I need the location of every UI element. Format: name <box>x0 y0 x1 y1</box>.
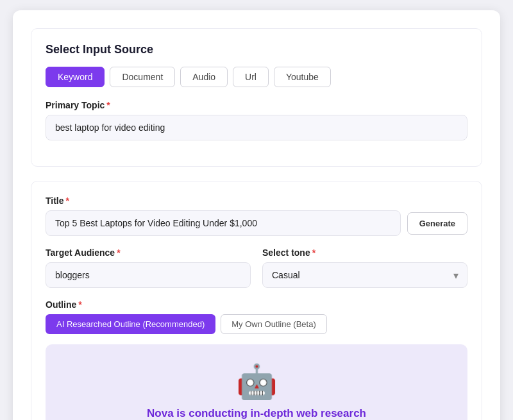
target-audience-field: Target Audience* <box>46 248 251 288</box>
tab-url[interactable]: Url <box>233 67 269 87</box>
select-tone-label: Select tone* <box>262 248 467 258</box>
content-settings-card: Title* Generate Target Audience* Select … <box>31 181 482 420</box>
generate-button[interactable]: Generate <box>407 212 467 235</box>
outline-tab-own[interactable]: My Own Outline (Beta) <box>221 314 327 334</box>
tab-document[interactable]: Document <box>110 67 175 87</box>
required-star-title: * <box>66 196 69 206</box>
outline-label: Outline* <box>46 299 467 310</box>
required-star: * <box>106 100 110 110</box>
target-audience-input[interactable] <box>46 262 251 288</box>
outline-tabs: AI Researched Outline (Recommended) My O… <box>46 314 467 334</box>
required-star-outline: * <box>78 299 81 310</box>
tab-bar: Keyword Document Audio Url Youtube <box>46 67 467 87</box>
tab-keyword[interactable]: Keyword <box>46 67 105 87</box>
primary-topic-input[interactable] <box>46 115 467 140</box>
primary-topic-field: Primary Topic* <box>46 100 467 140</box>
outline-field-block: Outline* AI Researched Outline (Recommen… <box>46 299 467 420</box>
title-row: Generate <box>46 210 467 236</box>
required-star-audience: * <box>117 248 120 258</box>
outline-tab-ai[interactable]: AI Researched Outline (Recommended) <box>46 314 215 334</box>
primary-topic-label: Primary Topic* <box>46 100 467 110</box>
tab-audio[interactable]: Audio <box>180 67 228 87</box>
input-source-card: Select Input Source Keyword Document Aud… <box>31 28 482 167</box>
title-field-block: Title* Generate <box>46 196 467 236</box>
tone-select-wrapper: Casual Formal Friendly Professional <box>262 262 467 288</box>
select-tone-field: Select tone* Casual Formal Friendly Prof… <box>262 248 467 288</box>
page-title: Select Input Source <box>46 43 467 56</box>
title-label: Title* <box>46 196 467 206</box>
research-box: 🤖 Nova is conducting in-depth web resear… <box>46 344 467 420</box>
main-container: Select Input Source Keyword Document Aud… <box>13 10 500 420</box>
required-star-tone: * <box>312 248 315 258</box>
audience-tone-row: Target Audience* Select tone* Casual For… <box>46 248 467 288</box>
target-audience-label: Target Audience* <box>46 248 251 258</box>
robot-icon: 🤖 <box>236 365 278 398</box>
tab-youtube[interactable]: Youtube <box>274 67 331 87</box>
research-title: Nova is conducting in-depth web research <box>147 407 366 420</box>
tone-select[interactable]: Casual Formal Friendly Professional <box>262 262 467 288</box>
title-input[interactable] <box>46 210 401 236</box>
